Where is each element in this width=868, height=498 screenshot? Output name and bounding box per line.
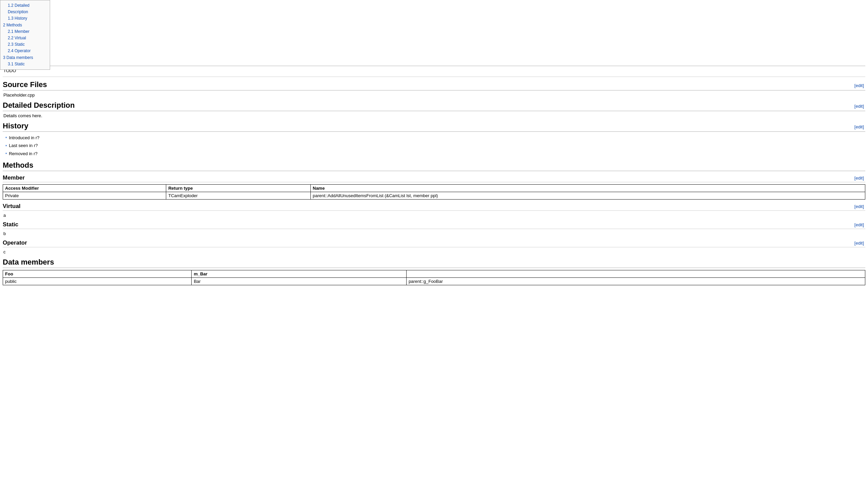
overview-body: TODO xyxy=(3,68,865,73)
member-edit-btn[interactable]: [edit] xyxy=(853,175,865,181)
source-files-file: Placeholder.cpp xyxy=(3,92,865,97)
detailed-description-heading: Detailed Description [edit] xyxy=(3,101,865,111)
data-members-row0-bar: Bar xyxy=(192,278,407,285)
history-title: History xyxy=(3,122,28,130)
static-edit-btn[interactable]: [edit] xyxy=(853,222,865,227)
toc-box: 1.2 Detailed Description 1.3 History 2 M… xyxy=(0,0,50,70)
toc-link-2-1[interactable]: 2.1 Member xyxy=(3,28,47,35)
virtual-title: Virtual xyxy=(3,203,21,210)
operator-heading: Operator [edit] xyxy=(3,239,865,247)
data-members-col-name xyxy=(406,270,865,278)
toc-link-3-1[interactable]: 3.1 Static xyxy=(3,61,47,67)
history-item-0: Introduced in r? xyxy=(5,134,865,142)
virtual-subsection: Virtual [edit] a xyxy=(3,203,865,218)
member-table: Access Modifier Return type Name Private… xyxy=(3,184,865,199)
data-members-header-row: Foo m_Bar xyxy=(3,270,865,278)
member-title: Member xyxy=(3,174,25,181)
detailed-description-edit-btn[interactable]: [edit] xyxy=(853,104,865,109)
data-members-section: Data members Foo m_Bar public Bar parent… xyxy=(3,258,865,285)
toc-link-1-2[interactable]: 1.2 Detailed Description xyxy=(3,2,47,15)
methods-title: Methods xyxy=(3,161,33,170)
operator-body: c xyxy=(3,249,865,254)
toc-link-3[interactable]: 3 Data members xyxy=(3,54,47,61)
member-row0-name: parent::AddAllUnusedItemsFromList (&CamL… xyxy=(310,192,865,199)
member-table-row-0: Private TCamExploder parent::AddAllUnuse… xyxy=(3,192,865,199)
member-heading: Member [edit] xyxy=(3,174,865,182)
operator-title: Operator xyxy=(3,239,27,246)
data-members-table: Foo m_Bar public Bar parent::g_FooBar xyxy=(3,270,865,285)
member-col-name: Name xyxy=(310,185,865,192)
methods-heading: Methods xyxy=(3,161,865,171)
source-files-section: Source Files [edit] Placeholder.cpp xyxy=(3,80,865,97)
data-members-title: Data members xyxy=(3,258,54,267)
data-members-row-0: public Bar parent::g_FooBar xyxy=(3,278,865,285)
operator-subsection: Operator [edit] c xyxy=(3,239,865,254)
detailed-description-title: Detailed Description xyxy=(3,101,75,110)
member-row0-return: TCamExploder xyxy=(166,192,311,199)
data-members-row0-name: parent::g_FooBar xyxy=(406,278,865,285)
member-row0-access: Private xyxy=(3,192,166,199)
member-col-access: Access Modifier xyxy=(3,185,166,192)
static-subsection: Static [edit] b xyxy=(3,221,865,236)
history-heading: History [edit] xyxy=(3,122,865,132)
history-item-2: Removed in r? xyxy=(5,150,865,158)
history-section: History [edit] Introduced in r? Last see… xyxy=(3,122,865,158)
toc-link-2-2[interactable]: 2.2 Virtual xyxy=(3,35,47,41)
member-table-header-row: Access Modifier Return type Name xyxy=(3,185,865,192)
data-members-col-mbar: m_Bar xyxy=(192,270,407,278)
overview-section: Overview TODO xyxy=(3,56,865,73)
static-title: Static xyxy=(3,221,18,228)
source-files-heading: Source Files [edit] xyxy=(3,80,865,90)
static-heading: Static [edit] xyxy=(3,221,865,229)
data-members-col-foo: Foo xyxy=(3,270,192,278)
history-edit-btn[interactable]: [edit] xyxy=(853,124,865,129)
virtual-body: a xyxy=(3,213,865,218)
history-item-1: Last seen in r? xyxy=(5,142,865,149)
detailed-description-section: Detailed Description [edit] Details come… xyxy=(3,101,865,118)
source-files-edit-btn[interactable]: [edit] xyxy=(853,83,865,88)
main-content: Overview TODO Source Files [edit] Placeh… xyxy=(0,0,868,285)
data-members-heading: Data members xyxy=(3,258,865,268)
detailed-description-body: Details comes here. xyxy=(3,113,865,118)
overview-heading: Overview xyxy=(3,56,865,66)
toc-link-2[interactable]: 2 Methods xyxy=(3,22,47,28)
operator-edit-btn[interactable]: [edit] xyxy=(853,240,865,246)
data-members-row0-access: public xyxy=(3,278,192,285)
toc-link-2-4[interactable]: 2.4 Operator xyxy=(3,48,47,54)
member-subsection: Member [edit] Access Modifier Return typ… xyxy=(3,174,865,199)
source-files-title: Source Files xyxy=(3,80,47,89)
member-col-return: Return type xyxy=(166,185,311,192)
virtual-heading: Virtual [edit] xyxy=(3,203,865,211)
static-body: b xyxy=(3,231,865,236)
virtual-edit-btn[interactable]: [edit] xyxy=(853,204,865,209)
methods-section: Methods Member [edit] Access Modifier Re… xyxy=(3,161,865,254)
toc-link-1-3[interactable]: 1.3 History xyxy=(3,15,47,22)
toc-link-2-3[interactable]: 2.3 Static xyxy=(3,41,47,48)
history-list: Introduced in r? Last seen in r? Removed… xyxy=(5,134,865,158)
